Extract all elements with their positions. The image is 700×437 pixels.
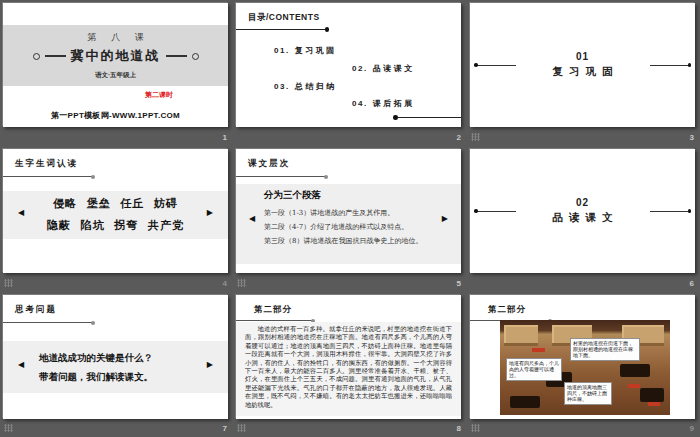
slide-number-9: 9 [690,424,694,433]
corner-watermark-icon [237,279,246,287]
tunnel-cross-section [640,388,664,402]
toc-header: 目录/CONTENTS [248,12,320,24]
outline-lines: 第一段（1-3）讲地道战的产生及其作用。 第二段（4-7）介绍了地道战的样式以及… [264,206,451,248]
left-rule-ornament [474,63,516,67]
title-rule-left [45,55,66,57]
section-title: 复习巩固 [529,65,637,79]
toc-item-4: 04.课后拓展 [352,98,415,109]
slide-thumbnail-9[interactable]: 第二部分 村里的地道挖在街道下面，跟别村相通的地道挖在庄稼地下面。 地道有四尺多… [470,295,695,419]
slide-cell-9: 第二部分 村里的地道挖在街道下面，跟别村相通的地道挖在庄稼地下面。 地道有四尺多… [467,292,700,437]
dot-ornament-icon [91,321,95,325]
slide-thumbnail-8[interactable]: 第二部分 地道的式样有一百多种。就拿任丘的来说吧，村里的地道挖在街道下面，跟别村… [236,295,461,419]
slide-thumbnail-4[interactable]: 生字生词认读 侵略 堡垒 任丘 妨碍 隐蔽 陷坑 拐弯 共产党 ◀ ▶ [3,149,228,273]
slide-thumbnail-7[interactable]: 思考问题 地道战成功的关键是什么？ 带着问题，我们解读课文。 ◀ ▶ [3,295,228,419]
section-number: 02 [529,197,637,208]
tunnel-cross-section [510,396,540,408]
slide-number-4: 4 [223,279,227,288]
left-rule-ornament [474,209,516,213]
prev-arrow-icon: ◀ [18,209,24,217]
section-divider-row: 01 复习巩固 [470,3,695,127]
cover-subtitle: 语文·五年级上 [3,71,228,80]
dot-ornament-icon [324,175,328,179]
passage-text: 地道的式样有一百多种。就拿任丘的来说吧，村里的地道挖在街道下面，跟别村相通的地道… [236,322,461,416]
slide-thumbnail-3[interactable]: 01 复习巩固 [470,3,695,127]
corner-watermark-icon [471,133,480,141]
dot-ornament-icon [393,115,398,120]
slide-number-2: 2 [457,133,461,142]
slide-header: 第二部分 [488,304,526,316]
dot-ornament-icon [688,209,692,213]
corner-watermark-icon [237,424,246,432]
section-title: 品读课文 [529,211,637,225]
slide-cell-5: 课文层次 分为三个段落 第一段（1-3）讲地道战的产生及其作用。 第二段（4-7… [233,146,467,292]
outline-line-2: 第二段（4-7）介绍了地道战的样式以及特点。 [264,220,451,234]
slide-header: 生字生词认读 [15,158,78,170]
prev-arrow-icon: ◀ [18,361,24,369]
outline-line-3: 第三段（8）讲地道战在我国抗日战争史上的地位。 [264,234,451,248]
slide-number-8: 8 [457,424,461,433]
slide-cell-3: 01 复习巩固 3 [467,0,700,146]
cover-title-row: 冀中的地道战 [3,47,228,65]
slide-number-3: 3 [690,133,694,142]
toc-header-rule [236,29,328,30]
header-rule [3,322,93,323]
circle-ornament-icon [192,53,199,60]
outline-line-1: 第一段（1-3）讲地道战的产生及其作用。 [264,206,451,220]
slide-header: 第二部分 [254,304,292,316]
slide-cell-8: 第二部分 地道的式样有一百多种。就拿任丘的来说吧，村里的地道挖在街道下面，跟别村… [233,292,467,437]
slide-header: 思考问题 [15,304,57,316]
dot-ornament-icon [688,63,692,67]
slide-number-6: 6 [690,279,694,288]
callout-2: 地道有四尺多高，个儿高的人弯着腰可以通过。 [506,358,562,381]
word-row-1: 侵略 堡垒 任丘 妨碍 [3,196,228,211]
slide-thumbnail-5[interactable]: 课文层次 分为三个段落 第一段（1-3）讲地道战的产生及其作用。 第二段（4-7… [236,149,461,273]
cover-session-badge: 第二课时 [145,90,173,100]
slide-number-7: 7 [223,424,227,433]
header-rule [236,320,313,321]
dot-ornament-icon [325,27,330,32]
corner-watermark-icon [471,424,480,432]
cover-lesson-label: 第 八 课 [3,31,228,44]
dot-ornament-icon [91,175,95,179]
title-rule-right [166,55,187,57]
header-rule [236,176,326,177]
question-lines: 地道战成功的关键是什么？ 带着问题，我们解读课文。 [39,348,153,386]
toc-item-3: 03.总结归纳 [274,81,337,92]
slide-grid: 第 八 课 冀中的地道战 语文·五年级上 第二课时 第一PPT模板网-WWW.1… [0,0,700,437]
section-divider-row: 02 品读课文 [470,149,695,273]
prev-arrow-icon: ◀ [249,215,255,223]
slide-cell-7: 思考问题 地道战成功的关键是什么？ 带着问题，我们解读课文。 ◀ ▶ 7 [0,292,233,437]
red-label-chip [532,348,545,352]
tunnel-cross-section [620,364,650,377]
outline-title: 分为三个段落 [264,189,321,202]
cover-title: 冀中的地道战 [71,47,161,65]
section-block: 02 品读课文 [529,197,637,225]
right-rule-ornament [650,209,692,213]
next-arrow-icon: ▶ [442,215,448,223]
slide-number-1: 1 [223,133,227,142]
slide-cell-4: 生字生词认读 侵略 堡垒 任丘 妨碍 隐蔽 陷坑 拐弯 共产党 ◀ ▶ 4 [0,146,233,292]
slide-header: 课文层次 [248,158,290,170]
section-block: 01 复习巩固 [529,51,637,79]
slide-thumbnail-6[interactable]: 02 品读课文 [470,149,695,273]
red-label-chip [648,402,660,406]
slide-thumbnail-2[interactable]: 目录/CONTENTS 01.复习巩固 02.品读课文 03.总结归纳 04.课… [236,3,461,127]
slide-thumbnail-1[interactable]: 第 八 课 冀中的地道战 语文·五年级上 第二课时 第一PPT模板网-WWW.1… [3,3,228,127]
toc-item-1: 01.复习巩固 [274,45,337,56]
header-rule [3,176,93,177]
question-line-2: 带着问题，我们解读课文。 [39,367,153,386]
next-arrow-icon: ▶ [207,209,213,217]
section-number: 01 [529,51,637,62]
callout-3: 地道的顶离地面三四尺，不妨碍上面种庄稼。 [564,382,612,405]
right-rule-ornament [650,63,692,67]
toc-bottom-rule [395,117,461,118]
slide-number-5: 5 [457,279,461,288]
corner-watermark-icon [4,279,13,287]
slide-cell-6: 02 品读课文 6 [467,146,700,292]
red-label-chip [628,384,640,388]
question-line-1: 地道战成功的关键是什么？ [39,348,153,367]
next-arrow-icon: ▶ [207,361,213,369]
corner-watermark-icon [4,424,13,432]
tunnel-diorama-image: 村里的地道挖在街道下面，跟别村相通的地道挖在庄稼地下面。 地道有四尺多高，个儿高… [500,320,670,415]
cover-footer-url: 第一PPT模板网-WWW.1PPT.COM [3,110,228,121]
